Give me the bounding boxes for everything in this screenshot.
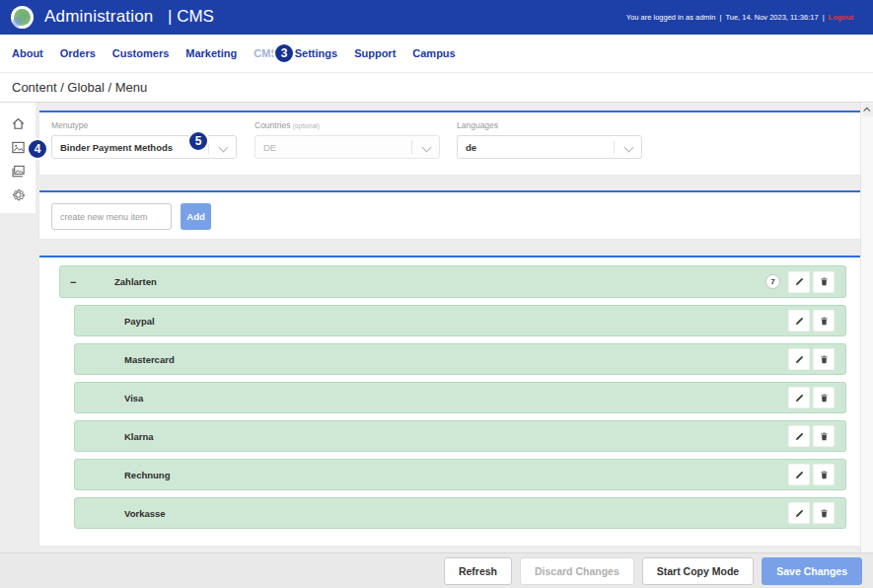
row-controls: 7 xyxy=(765,266,835,297)
countries-optional-hint: (optional) xyxy=(293,122,320,129)
breadcrumb-bar: Content / Global / Menu xyxy=(0,72,873,103)
add-button[interactable]: Add xyxy=(181,203,211,230)
edit-button[interactable] xyxy=(788,348,810,370)
trash-icon xyxy=(819,316,830,327)
vertical-scrollbar[interactable] xyxy=(860,103,873,552)
tree-row-child[interactable]: Vorkasse xyxy=(74,497,846,529)
trash-icon xyxy=(819,276,830,287)
menutype-label: Menutype xyxy=(51,120,237,130)
edit-button[interactable] xyxy=(788,310,810,331)
pencil-icon xyxy=(794,276,805,287)
scroll-up-button[interactable] xyxy=(862,104,873,116)
tree-row-child[interactable]: Visa xyxy=(74,382,846,413)
tree-row-label: Rechnung xyxy=(124,470,170,480)
side-toolbar xyxy=(0,103,36,213)
trash-icon xyxy=(819,393,830,404)
pencil-icon xyxy=(794,393,805,404)
breadcrumb: Content / Global / Menu xyxy=(12,80,147,95)
delete-button[interactable] xyxy=(813,425,835,447)
tree-row-root[interactable]: − Zahlarten 7 xyxy=(59,265,846,298)
filters-card: Menutype Binder Payment Methods Countrie… xyxy=(39,110,860,175)
new-menu-item-input[interactable] xyxy=(51,203,172,230)
discard-changes-button[interactable]: Discard Changes xyxy=(520,557,634,585)
status-separator: | xyxy=(823,13,825,22)
select-divider xyxy=(411,140,412,154)
delete-button[interactable] xyxy=(813,310,835,331)
edit-button[interactable] xyxy=(788,425,810,447)
delete-button[interactable] xyxy=(813,348,835,370)
logged-in-text: You are logged in as admin xyxy=(626,13,716,22)
refresh-button[interactable]: Refresh xyxy=(444,557,512,585)
languages-value: de xyxy=(466,142,476,153)
chevron-down-icon xyxy=(219,143,229,153)
row-controls xyxy=(788,460,835,489)
save-changes-button[interactable]: Save Changes xyxy=(762,557,862,585)
step-badge-5: 5 xyxy=(187,130,209,152)
nav-item-settings[interactable]: Settings xyxy=(295,47,337,59)
gear-icon[interactable] xyxy=(10,186,26,202)
nav-item-marketing[interactable]: Marketing xyxy=(185,47,237,59)
main-nav: About Orders Customers Marketing CMS Set… xyxy=(0,35,873,72)
tree-row-label: Zahlarten xyxy=(114,276,157,287)
nav-item-orders[interactable]: Orders xyxy=(60,47,96,59)
row-controls xyxy=(788,344,835,374)
brand-logo-icon[interactable] xyxy=(11,6,34,29)
tree-row-child[interactable]: Rechnung xyxy=(74,459,846,490)
children-count-badge: 7 xyxy=(765,274,780,289)
menutype-value: Binder Payment Methods xyxy=(60,142,173,153)
gallery-icon[interactable] xyxy=(10,163,26,179)
menu-tree: − Zahlarten 7 Paypal Mastercard xyxy=(59,265,846,536)
tree-row-child[interactable]: Klarna xyxy=(74,420,846,452)
collapse-toggle[interactable]: − xyxy=(70,276,109,288)
edit-button[interactable] xyxy=(788,271,810,293)
select-divider xyxy=(614,140,615,154)
trash-icon xyxy=(819,431,830,442)
brand-logo-blob xyxy=(14,9,31,26)
delete-button[interactable] xyxy=(813,387,835,408)
edit-button[interactable] xyxy=(788,464,810,485)
menu-tree-card: − Zahlarten 7 Paypal Mastercard xyxy=(39,256,860,546)
tree-row-child[interactable]: Paypal xyxy=(74,305,846,336)
chevron-down-icon xyxy=(422,143,432,153)
delete-button[interactable] xyxy=(813,502,835,524)
app-section-title: | CMS xyxy=(168,7,214,27)
countries-select[interactable]: DE xyxy=(255,135,440,159)
datetime-text: Tue, 14. Nov 2023, 11:36:17 xyxy=(725,13,818,22)
row-controls xyxy=(788,421,835,451)
app-header: Administration | CMS You are logged in a… xyxy=(0,0,873,35)
trash-icon xyxy=(819,508,830,519)
tree-row-child[interactable]: Mastercard xyxy=(74,343,846,375)
pencil-icon xyxy=(794,508,805,519)
start-copy-mode-button[interactable]: Start Copy Mode xyxy=(642,557,754,585)
countries-field: Countries (optional) DE xyxy=(255,120,440,159)
pencil-icon xyxy=(794,431,805,442)
step-badge-3: 3 xyxy=(273,42,295,64)
edit-button[interactable] xyxy=(788,502,810,524)
trash-icon xyxy=(819,470,830,480)
home-icon[interactable] xyxy=(10,115,26,131)
session-status: You are logged in as admin | Tue, 14. No… xyxy=(626,13,853,22)
nav-item-campus[interactable]: Campus xyxy=(412,47,455,59)
delete-button[interactable] xyxy=(813,464,835,485)
create-item-card: Add xyxy=(39,190,860,239)
nav-item-about[interactable]: About xyxy=(12,47,43,59)
chevron-up-icon xyxy=(863,108,870,114)
pencil-icon xyxy=(794,470,805,480)
tree-row-label: Vorkasse xyxy=(124,508,166,519)
trash-icon xyxy=(819,354,830,365)
tree-row-label: Paypal xyxy=(124,316,155,327)
countries-label-text: Countries xyxy=(255,120,290,130)
step-badge-4: 4 xyxy=(27,138,48,160)
nav-item-customers[interactable]: Customers xyxy=(112,47,169,59)
logout-link[interactable]: Logout xyxy=(829,13,853,22)
admin-cms-screen: Administration | CMS You are logged in a… xyxy=(0,0,873,588)
languages-select[interactable]: de xyxy=(457,135,642,159)
edit-button[interactable] xyxy=(788,387,810,408)
languages-field: Languages de xyxy=(457,120,642,159)
row-controls xyxy=(788,498,835,528)
countries-value: DE xyxy=(263,142,276,153)
chevron-down-icon xyxy=(624,143,634,153)
image-icon[interactable] xyxy=(10,139,26,155)
delete-button[interactable] xyxy=(813,271,835,293)
nav-item-support[interactable]: Support xyxy=(354,47,396,59)
